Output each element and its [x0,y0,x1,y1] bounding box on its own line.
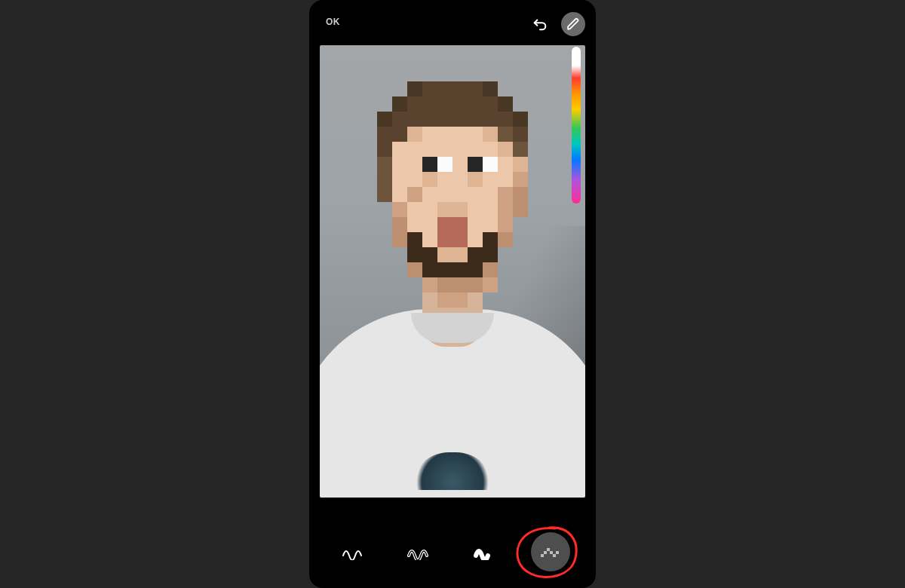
svg-rect-1 [544,551,547,554]
squiggle-outline-icon [407,544,433,560]
pencil-icon [566,17,580,31]
brush-normal[interactable] [335,532,374,571]
draw-button[interactable] [561,12,585,36]
squiggle-thin-icon [342,544,367,560]
photo-canvas[interactable] [320,45,585,498]
brush-mosaic[interactable] [531,532,570,571]
squiggle-pixel-icon [539,544,562,560]
pixelated-face [377,81,528,308]
brush-neon[interactable] [465,532,505,571]
svg-rect-2 [547,548,550,551]
ok-button[interactable]: OK [326,17,340,27]
svg-rect-3 [550,551,553,554]
svg-rect-0 [541,554,544,557]
top-bar: OK [309,12,596,39]
squiggle-bold-icon [474,544,496,560]
brush-outline[interactable] [400,532,440,571]
undo-button[interactable] [529,14,551,35]
brush-toolbar [309,531,596,573]
editor-screen: OK [309,0,596,588]
svg-rect-5 [556,551,559,554]
undo-icon [532,16,548,32]
color-slider[interactable] [572,47,581,204]
svg-rect-4 [553,554,556,557]
